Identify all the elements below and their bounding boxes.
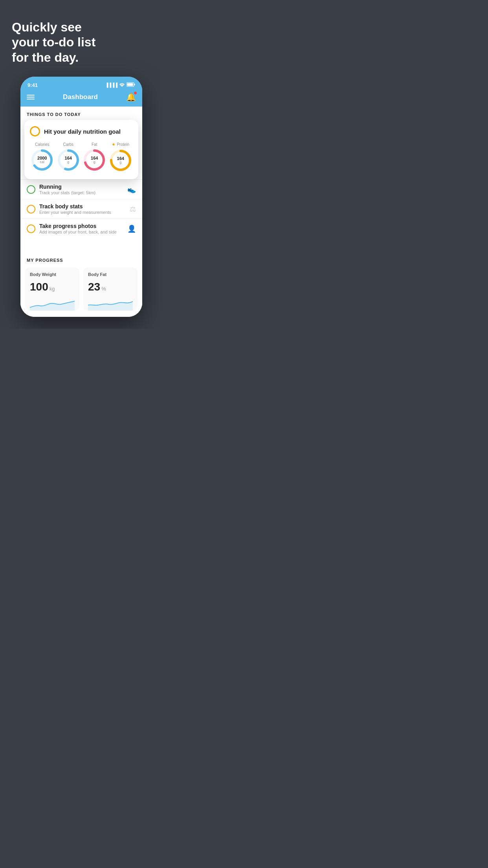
body-fat-unit: %: [101, 286, 106, 292]
signal-icon: ▐▐▐▐: [105, 83, 117, 87]
body-weight-chart: [30, 296, 75, 311]
fat-metric: Fat 164 g: [83, 142, 106, 172]
photos-text: Take progress photos Add images of your …: [39, 223, 123, 234]
body-weight-unit: kg: [50, 286, 55, 292]
body-stats-title: Track body stats: [39, 203, 126, 210]
progress-header: MY PROGRESS: [25, 250, 138, 267]
carbs-metric: Carbs 164 g: [57, 142, 80, 172]
protein-donut: 164 g: [109, 149, 132, 172]
photos-icon: 👤: [127, 224, 136, 233]
progress-cards: Body Weight 100 kg Bo: [25, 267, 138, 311]
body-weight-card[interactable]: Body Weight 100 kg: [25, 267, 79, 311]
body-weight-value: 100: [30, 281, 48, 293]
fat-unit: g: [91, 160, 98, 164]
running-text: Running Track your stats (target: 5km): [39, 184, 123, 195]
svg-rect-1: [127, 83, 133, 86]
body-fat-chart: [88, 296, 133, 311]
body-stats-circle: [27, 205, 35, 213]
running-subtitle: Track your stats (target: 5km): [39, 190, 123, 195]
progress-section: MY PROGRESS Body Weight 100 kg: [20, 250, 142, 317]
notification-dot: [134, 92, 137, 94]
wifi-icon: [119, 82, 125, 88]
body-fat-value-row: 23 %: [88, 281, 133, 293]
nav-bar: Dashboard 🔔: [20, 89, 142, 107]
photos-circle: [27, 224, 35, 233]
hero-text: Quickly seeyour to-do listfor the day.: [0, 12, 163, 65]
status-bar: 9:41 ▐▐▐▐: [20, 77, 142, 89]
svg-rect-2: [134, 84, 135, 85]
battery-icon: [127, 82, 135, 88]
things-today-header: THINGS TO DO TODAY: [20, 107, 142, 120]
status-time: 9:41: [28, 82, 38, 88]
protein-unit: g: [117, 161, 124, 165]
calories-label: Calories: [35, 142, 50, 147]
todo-item-progress-photos[interactable]: Take progress photos Add images of your …: [20, 219, 142, 238]
fat-donut: 164 g: [83, 148, 106, 172]
running-title: Running: [39, 184, 123, 190]
status-icons: ▐▐▐▐: [105, 82, 135, 88]
calories-unit: cal: [37, 160, 47, 164]
running-circle: [27, 185, 35, 194]
body-weight-value-row: 100 kg: [30, 281, 75, 293]
fat-label: Fat: [92, 142, 97, 147]
body-stats-text: Track body stats Enter your weight and m…: [39, 203, 126, 215]
body-fat-title: Body Fat: [88, 272, 133, 277]
nav-title: Dashboard: [63, 93, 98, 101]
phone-frame: 9:41 ▐▐▐▐: [20, 77, 142, 317]
protein-label: ★ Protein: [112, 142, 129, 147]
body-weight-title: Body Weight: [30, 272, 75, 277]
protein-star-icon: ★: [112, 142, 116, 147]
carbs-unit: g: [65, 160, 72, 164]
calories-donut: 2000 cal: [30, 148, 54, 172]
calories-metric: Calories 2000 cal: [30, 142, 54, 172]
carbs-donut: 164 g: [57, 148, 80, 172]
photos-title: Take progress photos: [39, 223, 123, 229]
nutrition-metrics-row: Calories 2000 cal: [30, 142, 133, 172]
content-area: THINGS TO DO TODAY Hit your daily nutrit…: [20, 107, 142, 317]
nutrition-card: Hit your daily nutrition goal Calories: [24, 120, 138, 179]
hamburger-menu[interactable]: [27, 95, 35, 99]
body-stats-subtitle: Enter your weight and measurements: [39, 210, 126, 215]
photos-subtitle: Add images of your front, back, and side: [39, 230, 123, 234]
running-icon: 👟: [127, 185, 136, 194]
nutrition-card-title: Hit your daily nutrition goal: [44, 128, 121, 135]
body-stats-icon: ⚖: [130, 205, 136, 213]
protein-metric: ★ Protein 164 g: [109, 142, 132, 172]
nutrition-check-circle[interactable]: [30, 126, 40, 136]
carbs-label: Carbs: [63, 142, 73, 147]
body-fat-value: 23: [88, 281, 100, 293]
body-fat-card[interactable]: Body Fat 23 %: [83, 267, 138, 311]
todo-item-body-stats[interactable]: Track body stats Enter your weight and m…: [20, 199, 142, 219]
notification-bell[interactable]: 🔔: [126, 92, 136, 102]
outer-background: Quickly seeyour to-do listfor the day. 9…: [0, 0, 163, 329]
todo-item-running[interactable]: Running Track your stats (target: 5km) 👟: [20, 179, 142, 199]
